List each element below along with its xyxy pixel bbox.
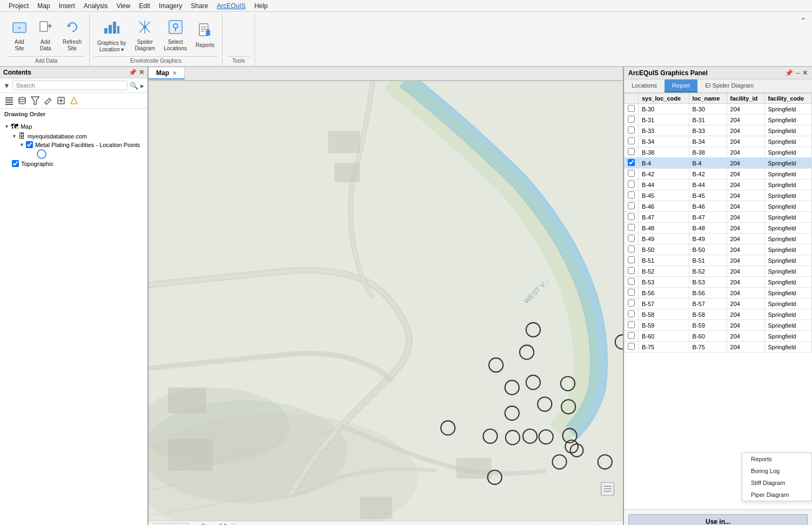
col-loc-name[interactable]: loc_name	[689, 94, 727, 104]
menu-imagery[interactable]: Imagery	[155, 1, 186, 11]
scale-selector[interactable]: 1:7,157	[153, 523, 189, 525]
map-tab[interactable]: Map ✕	[149, 68, 185, 79]
menu-view[interactable]: View	[112, 1, 135, 11]
dropdown-boring-log[interactable]: Boring Log	[742, 465, 811, 477]
table-row[interactable]: B-42 B-42 204 Springfield	[625, 169, 812, 180]
table-row[interactable]: B-47 B-47 204 Springfield	[625, 212, 812, 223]
menu-insert[interactable]: Insert	[55, 1, 79, 11]
dropdown-stiff-diagram[interactable]: Stiff Diagram	[742, 477, 811, 489]
pin-icon[interactable]: 📌	[129, 69, 137, 76]
table-row[interactable]: B-58 B-58 204 Springfield	[625, 309, 812, 320]
table-row[interactable]: B-52 B-52 204 Springfield	[625, 266, 812, 277]
table-row[interactable]: B-44 B-44 204 Springfield	[625, 180, 812, 190]
row-checkbox[interactable]	[625, 244, 639, 255]
gp-minimize-icon[interactable]: ─	[795, 69, 800, 77]
table-row[interactable]: B-34 B-34 204 Springfield	[625, 136, 812, 147]
table-row[interactable]: B-4 B-4 204 Springfield	[625, 158, 812, 169]
menu-help[interactable]: Help	[250, 1, 272, 11]
row-checkbox[interactable]	[625, 169, 639, 180]
row-checkbox[interactable]	[625, 331, 639, 342]
ribbon-collapse-icon[interactable]: ⌃	[800, 16, 807, 25]
row-checkbox[interactable]	[625, 158, 639, 169]
table-row[interactable]: B-38 B-38 204 Springfield	[625, 147, 812, 158]
list-view-btn[interactable]	[3, 95, 15, 107]
tree-item-topographic[interactable]: Topographic	[0, 160, 147, 168]
row-checkbox[interactable]	[625, 255, 639, 266]
dropdown-piper-diagram[interactable]: Piper Diagram	[742, 489, 811, 501]
tab-locations[interactable]: Locations	[624, 79, 665, 92]
row-checkbox[interactable]	[625, 125, 639, 136]
search-input[interactable]	[12, 81, 127, 90]
row-checkbox[interactable]	[625, 212, 639, 223]
table-row[interactable]: B-53 B-53 204 Springfield	[625, 277, 812, 288]
search-icon[interactable]: 🔍	[130, 82, 138, 90]
row-checkbox[interactable]	[625, 136, 639, 147]
table-row[interactable]: B-57 B-57 204 Springfield	[625, 298, 812, 309]
menu-project[interactable]: Project	[4, 1, 33, 11]
select-locations-button[interactable]: SelectLocations	[160, 17, 190, 54]
map-canvas[interactable]: WEST V...	[149, 81, 623, 521]
dropdown-reports[interactable]: Reports	[742, 453, 811, 465]
table-row[interactable]: B-60 B-60 204 Springfield	[625, 331, 812, 342]
tab-ei-spider-diagram[interactable]: EI Spider Diagram	[697, 79, 761, 92]
symbology-btn[interactable]	[68, 95, 80, 107]
row-checkbox[interactable]	[625, 277, 639, 288]
row-checkbox[interactable]	[625, 190, 639, 201]
tree-item-map[interactable]: ▼ 🗺 Map	[0, 122, 147, 131]
tree-item-metal-plating[interactable]: ▼ Metal Plating Facilities - Location Po…	[0, 141, 147, 149]
tab-report[interactable]: Report	[665, 79, 697, 92]
row-checkbox[interactable]	[625, 147, 639, 158]
row-checkbox[interactable]	[625, 104, 639, 115]
add-data-button[interactable]: AddData	[33, 17, 57, 54]
table-row[interactable]: B-51 B-51 204 Springfield	[625, 255, 812, 266]
table-row[interactable]: B-46 B-46 204 Springfield	[625, 201, 812, 212]
col-facility-id[interactable]: facility_id	[727, 94, 764, 104]
table-row[interactable]: B-56 B-56 204 Springfield	[625, 288, 812, 298]
gp-close-icon[interactable]: ✕	[802, 69, 808, 77]
filter-view-btn[interactable]	[29, 95, 41, 107]
row-checkbox[interactable]	[625, 266, 639, 277]
graphics-by-location-button[interactable]: Graphics byLocation ▾	[94, 16, 129, 55]
table-row[interactable]: B-48 B-48 204 Springfield	[625, 223, 812, 234]
edit-btn[interactable]	[42, 95, 54, 107]
tree-check-metal-plating[interactable]	[26, 141, 33, 148]
row-checkbox[interactable]	[625, 320, 639, 331]
tree-item-myequis[interactable]: ▼ 🗄 myequisdatabase.com	[0, 131, 147, 141]
table-row[interactable]: B-59 B-59 204 Springfield	[625, 320, 812, 331]
gp-pin-icon[interactable]: 📌	[785, 69, 793, 77]
row-checkbox[interactable]	[625, 298, 639, 309]
menu-edit[interactable]: Edit	[135, 1, 155, 11]
contents-close-icon[interactable]: ✕	[139, 69, 144, 76]
add-layer-btn[interactable]	[55, 95, 67, 107]
row-checkbox[interactable]	[625, 115, 639, 125]
row-checkbox[interactable]	[625, 180, 639, 190]
table-row[interactable]: B-33 B-33 204 Springfield	[625, 125, 812, 136]
row-checkbox[interactable]	[625, 234, 639, 244]
menu-share[interactable]: Share	[186, 1, 212, 11]
table-row[interactable]: B-45 B-45 204 Springfield	[625, 190, 812, 201]
map-tab-close[interactable]: ✕	[172, 70, 177, 76]
table-row[interactable]: B-31 B-31 204 Springfield	[625, 115, 812, 125]
tree-check-topographic[interactable]	[12, 160, 19, 167]
col-facility-code[interactable]: facility_code	[764, 94, 811, 104]
table-row[interactable]: B-75 B-75 204 Springfield	[625, 342, 812, 353]
add-site-button[interactable]: + AddSite	[8, 17, 31, 54]
row-checkbox[interactable]	[625, 223, 639, 234]
menu-analysis[interactable]: Analysis	[79, 1, 112, 11]
menu-arcequis[interactable]: ArcEQuIS	[212, 1, 250, 11]
refresh-site-button[interactable]: RefreshSite	[59, 17, 85, 54]
row-checkbox[interactable]	[625, 342, 639, 353]
table-row[interactable]: B-50 B-50 204 Springfield	[625, 244, 812, 255]
db-view-btn[interactable]	[16, 95, 28, 107]
row-checkbox[interactable]	[625, 309, 639, 320]
search-options-icon[interactable]: ▸	[140, 82, 144, 90]
use-in-button[interactable]: Use in...	[628, 514, 808, 525]
row-checkbox[interactable]	[625, 201, 639, 212]
col-sys-loc-code[interactable]: sys_loc_code	[639, 94, 689, 104]
table-row[interactable]: B-30 B-30 204 Springfield	[625, 104, 812, 115]
menu-map[interactable]: Map	[33, 1, 54, 11]
spider-diagram-button[interactable]: SpiderDiagram	[131, 17, 158, 54]
row-checkbox[interactable]	[625, 288, 639, 298]
reports-button[interactable]: Reports	[192, 21, 218, 51]
table-row[interactable]: B-49 B-49 204 Springfield	[625, 234, 812, 244]
